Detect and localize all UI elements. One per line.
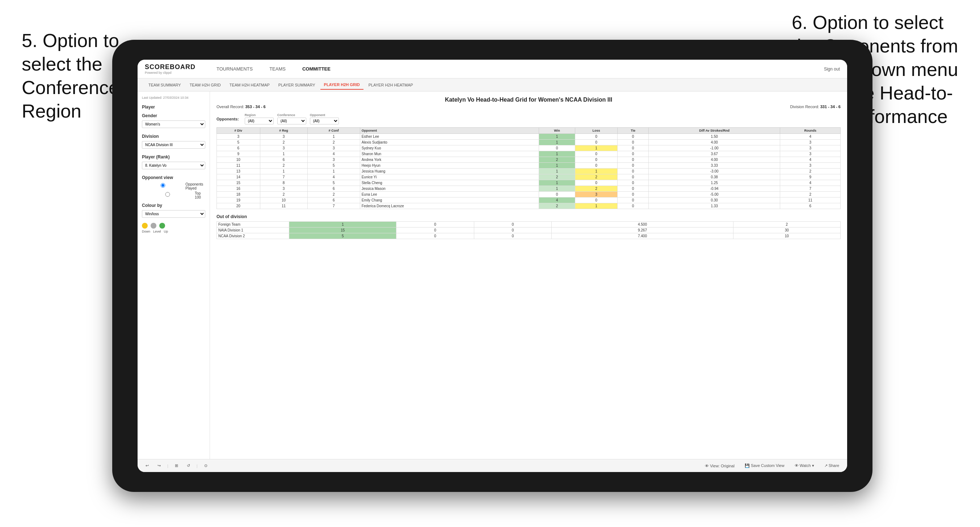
cell-diff: 3.67 <box>648 151 780 157</box>
conference-filter-group: Conference (All) <box>277 113 306 124</box>
gender-select[interactable]: Women's <box>142 121 205 128</box>
cell-reg: 11 <box>260 203 307 209</box>
opponent-option-played[interactable]: Opponents Played <box>142 182 205 190</box>
cell-rounds: 2 <box>780 168 841 175</box>
table-row: 5 2 2 Alexis Sudjianto 1 0 0 4.00 3 <box>217 140 841 145</box>
bottom-toolbar: ↩ ↪ | ⊞ ↺ | ⊙ 👁 View: Original 💾 Save Cu… <box>138 459 847 472</box>
copy-btn[interactable]: ⊞ <box>173 463 180 469</box>
region-select[interactable]: (All) <box>245 117 274 124</box>
cell-diff: 1.25 <box>648 180 780 186</box>
sub-nav-team-h2h-heatmap[interactable]: TEAM H2H HEATMAP <box>226 81 273 89</box>
th-rounds: Rounds <box>780 128 841 134</box>
cell-conf: 2 <box>307 140 360 145</box>
cell-diff: 4.00 <box>648 140 780 145</box>
table-row: 13 1 1 Jessica Huang 1 1 0 -3.00 2 <box>217 168 841 175</box>
cell-tie: 0 <box>617 192 649 197</box>
cell-win: 1 <box>539 151 575 157</box>
cell-tie: 0 <box>617 203 649 209</box>
table-row: 11 2 5 Heejo Hyun 1 0 0 3.33 3 <box>217 163 841 168</box>
sub-nav-team-h2h-grid[interactable]: TEAM H2H GRID <box>186 81 224 89</box>
th-div: # Div <box>217 128 260 134</box>
dot-green <box>159 223 165 229</box>
sub-nav-team-summary[interactable]: TEAM SUMMARY <box>145 81 185 89</box>
reset-btn[interactable]: ↺ <box>185 463 192 469</box>
cell-opponent: Alexis Sudjianto <box>360 140 539 145</box>
cell-conf: 7 <box>307 203 360 209</box>
cell-loss: 0 <box>575 151 617 157</box>
cell-tie: 0 <box>617 163 649 168</box>
save-icon: 💾 <box>745 464 750 468</box>
share-btn[interactable]: ↗ Share <box>822 463 842 469</box>
opponent-view-label: Opponent view <box>142 175 205 180</box>
conference-select[interactable]: (All) <box>277 117 306 124</box>
nav-committee[interactable]: COMMITTEE <box>299 65 333 73</box>
watch-btn[interactable]: 👁 Watch ▾ <box>792 463 816 469</box>
table-row: 16 3 6 Jessica Mason 1 2 0 -0.94 7 <box>217 186 841 192</box>
cell-div: 6 <box>217 145 260 151</box>
nav-teams[interactable]: TEAMS <box>266 65 288 73</box>
cell-reg: 6 <box>260 157 307 163</box>
region-filter-group: Region (All) <box>245 113 274 124</box>
undo-btn[interactable]: ↩ <box>143 463 151 469</box>
opponent-label: Opponent <box>310 113 339 117</box>
cell-diff: 0.38 <box>648 175 780 180</box>
cell-reg: 3 <box>260 145 307 151</box>
region-label: Region <box>245 113 274 117</box>
ood-cell-name: NAIA Division 1 <box>217 227 289 233</box>
opponent-filter-group: Opponent (All) <box>310 113 339 124</box>
player-rank-select[interactable]: 8. Katelyn Vo <box>142 162 205 169</box>
table-row: 19 10 6 Emily Chang 4 0 0 0.30 11 <box>217 197 841 203</box>
table-row: 9 1 4 Sharon Mun 1 0 0 3.67 3 <box>217 151 841 157</box>
player-label: Player <box>142 105 205 110</box>
sign-out[interactable]: Sign out <box>824 67 840 71</box>
cell-loss: 0 <box>575 134 617 140</box>
cell-reg: 3 <box>260 134 307 140</box>
sub-nav-player-summary[interactable]: PLAYER SUMMARY <box>275 81 319 89</box>
main-table: # Div # Reg # Conf Opponent Win Loss Tie… <box>216 127 841 209</box>
cell-tie: 0 <box>617 145 649 151</box>
cell-win: 2 <box>539 175 575 180</box>
logo-text: SCOREBOARD <box>145 63 196 71</box>
ood-cell-rounds: 30 <box>733 227 840 233</box>
conference-label: Conference <box>277 113 306 117</box>
overall-record: Overall Record: 353 - 34 - 6 <box>216 105 266 109</box>
save-custom-btn[interactable]: 💾 Save Custom View <box>743 463 787 469</box>
cell-opponent: Sharon Mun <box>360 151 539 157</box>
division-select[interactable]: NCAA Division III <box>142 141 205 149</box>
opponent-select[interactable]: (All) <box>310 117 339 124</box>
sub-nav: TEAM SUMMARY TEAM H2H GRID TEAM H2H HEAT… <box>138 78 847 92</box>
sub-nav-player-h2h-heatmap[interactable]: PLAYER H2H HEATMAP <box>365 81 417 89</box>
top-nav: SCOREBOARD Powered by clippd TOURNAMENTS… <box>138 60 847 78</box>
cell-reg: 8 <box>260 180 307 186</box>
table-row: 18 2 2 Euna Lee 0 3 0 -5.00 2 <box>217 192 841 197</box>
ood-cell-loss: 0 <box>396 227 474 233</box>
cell-loss: 3 <box>575 192 617 197</box>
cell-div: 5 <box>217 140 260 145</box>
cell-rounds: 11 <box>780 197 841 203</box>
th-opponent: Opponent <box>360 128 539 134</box>
cell-div: 10 <box>217 157 260 163</box>
opponent-option-top100[interactable]: Top 100 <box>142 191 205 199</box>
cell-win: 1 <box>539 163 575 168</box>
redo-btn[interactable]: ↪ <box>155 463 163 469</box>
cell-rounds: 4 <box>780 157 841 163</box>
th-reg: # Reg <box>260 128 307 134</box>
ood-cell-tie: 0 <box>474 227 551 233</box>
clock-btn[interactable]: ⊙ <box>202 463 210 469</box>
cell-loss: 0 <box>575 197 617 203</box>
sub-nav-player-h2h-grid[interactable]: PLAYER H2H GRID <box>320 80 363 90</box>
view-original-btn[interactable]: 👁 View: Original <box>703 463 737 469</box>
nav-tournaments[interactable]: TOURNAMENTS <box>213 65 256 73</box>
colour-by-select[interactable]: Win/loss <box>142 210 205 218</box>
th-loss: Loss <box>575 128 617 134</box>
cell-win: 1 <box>539 168 575 175</box>
cell-loss: 0 <box>575 140 617 145</box>
logo-sub: Powered by clippd <box>145 71 196 75</box>
cell-div: 18 <box>217 192 260 197</box>
cell-tie: 0 <box>617 157 649 163</box>
cell-opponent: Stella Cheng <box>360 180 539 186</box>
cell-rounds: 3 <box>780 151 841 157</box>
toolbar-sep1: | <box>167 464 168 468</box>
cell-win: 1 <box>539 180 575 186</box>
table-row: 14 7 4 Eunice Yi 2 2 0 0.38 9 <box>217 175 841 180</box>
